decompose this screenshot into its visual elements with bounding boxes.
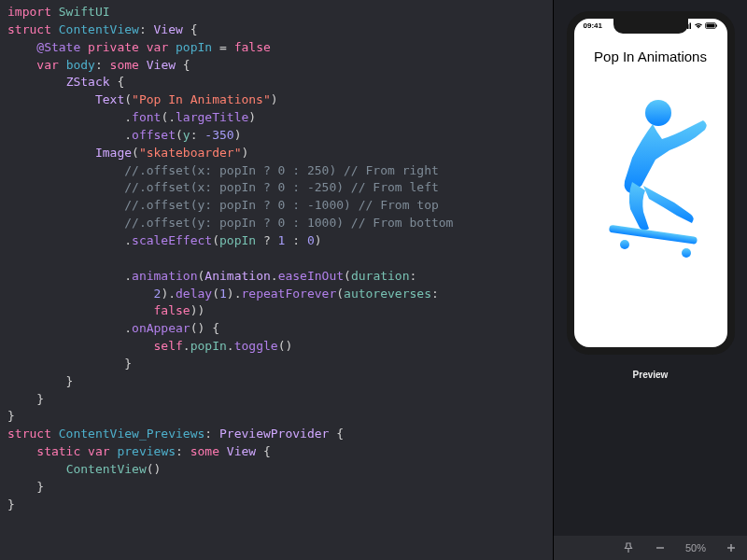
number-neg350: -350 <box>204 128 233 142</box>
type-animation: Animation <box>204 269 270 283</box>
literal-false2: false <box>154 303 190 317</box>
type-previews: ContentView_Previews <box>59 427 205 441</box>
comment-from-top: //.offset(y: popIn ? 0 : -1000) // From … <box>124 198 439 212</box>
skateboarder-image <box>585 92 716 260</box>
zoom-toolbar: 50% <box>554 536 747 560</box>
func-delay: delay <box>176 287 212 301</box>
func-easeinout: easeInOut <box>278 269 344 283</box>
iphone-preview[interactable]: 09:41 Pop In Animations <box>567 11 735 355</box>
func-toggle: toggle <box>234 339 278 353</box>
svg-point-9 <box>620 240 629 249</box>
attr-state: @State <box>36 40 80 54</box>
preview-label: Preview <box>633 370 669 380</box>
svg-point-10 <box>682 248 691 258</box>
svg-point-7 <box>645 100 671 126</box>
number-1b: 1 <box>219 287 227 301</box>
number-1: 1 <box>278 233 286 247</box>
status-time: 09:41 <box>584 21 602 30</box>
func-repeatforever: repeatForever <box>241 287 336 301</box>
var-popin-ref: popIn <box>219 233 256 247</box>
protocol-previewprovider: PreviewProvider <box>219 427 329 441</box>
string-skateboarder: "skateboarder" <box>139 146 242 160</box>
protocol-view: View <box>154 22 183 36</box>
preview-panel: 09:41 Pop In Animations <box>553 0 747 560</box>
modifier-onappear: onAppear <box>132 321 190 335</box>
svg-rect-3 <box>689 23 691 30</box>
type-view2: View <box>227 444 256 458</box>
type-view: View <box>147 58 176 72</box>
keyword-self: self <box>154 339 183 353</box>
wifi-icon <box>694 22 703 29</box>
phone-content: Pop In Animations <box>574 43 727 347</box>
pin-button[interactable] <box>622 541 635 554</box>
keyword-import: import <box>7 5 51 19</box>
module-name: SwiftUI <box>59 5 110 19</box>
keyword-private-var: private var <box>88 40 168 54</box>
preview-title-text: Pop In Animations <box>594 49 707 64</box>
var-previews: previews <box>117 444 176 458</box>
type-image: Image <box>95 146 132 160</box>
var-popin-ref2: popIn <box>190 339 227 353</box>
modifier-animation: animation <box>132 269 197 283</box>
param-duration: duration <box>351 269 410 283</box>
number-0: 0 <box>307 233 315 247</box>
modifier-offset: offset <box>132 128 176 142</box>
modifier-font: font <box>132 110 161 124</box>
battery-icon <box>705 22 718 29</box>
phone-notch <box>613 19 688 34</box>
comment-from-bottom: //.offset(y: popIn ? 0 : 1000) // From b… <box>124 216 453 230</box>
keyword-struct: struct <box>7 22 51 36</box>
keyword-static-var: static var <box>36 444 109 458</box>
number-2: 2 <box>154 287 162 301</box>
type-contentview: ContentView <box>59 22 139 36</box>
keyword-struct2: struct <box>7 427 51 441</box>
string-title: "Pop In Animations" <box>132 92 271 106</box>
var-body: body <box>66 58 95 72</box>
comment-from-left: //.offset(x: popIn ? 0 : -250) // From l… <box>124 180 439 194</box>
enum-largetitle: largeTitle <box>176 110 248 124</box>
comment-from-right: //.offset(x: popIn ? 0 : 250) // From ri… <box>124 163 439 177</box>
zoom-out-button[interactable] <box>654 541 667 554</box>
param-y: y <box>183 128 190 142</box>
modifier-scaleeffect: scaleEffect <box>132 233 212 247</box>
type-zstack: ZStack <box>66 75 110 89</box>
keyword-some2: some <box>190 444 219 458</box>
zoom-level[interactable]: 50% <box>685 542 706 553</box>
var-popin: popIn <box>176 40 212 54</box>
keyword-some: some <box>110 58 139 72</box>
param-autoreverses: autoreverses <box>344 287 431 301</box>
zoom-in-button[interactable] <box>725 541 738 554</box>
code-editor[interactable]: import SwiftUI struct ContentView: View … <box>0 0 553 560</box>
svg-rect-6 <box>716 24 717 26</box>
literal-false: false <box>234 40 271 54</box>
keyword-var: var <box>36 58 58 72</box>
svg-rect-5 <box>706 24 714 28</box>
call-contentview: ContentView <box>66 462 147 476</box>
type-text: Text <box>95 92 124 106</box>
